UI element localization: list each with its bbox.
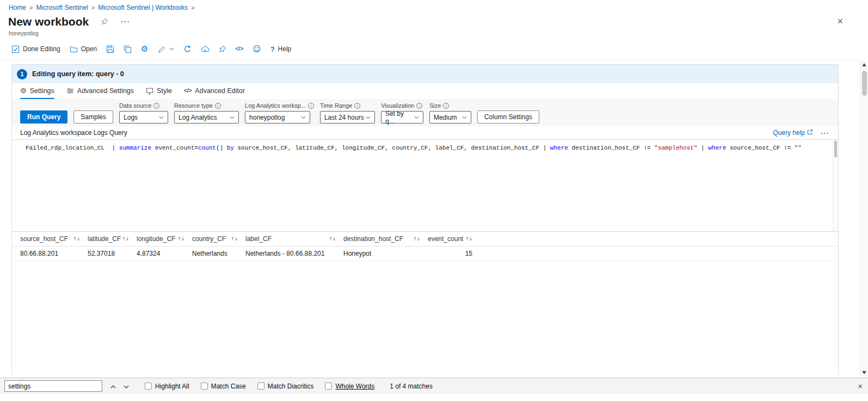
code-icon: </>: [236, 46, 243, 52]
scroll-down-arrow[interactable]: [860, 371, 868, 374]
samples-button[interactable]: Samples: [73, 110, 113, 124]
column-header-label-cf[interactable]: label_CF↑↓: [245, 235, 343, 243]
save-as-button[interactable]: [124, 45, 132, 53]
find-input[interactable]: [4, 380, 102, 392]
column-settings-button[interactable]: Column Settings: [477, 110, 539, 124]
edit-button[interactable]: [158, 45, 174, 53]
field-log-analytics-worksp: Log Analytics worksp...ihoneypotlog: [245, 102, 314, 124]
save-icon: [106, 45, 114, 53]
tab-style[interactable]: Style: [146, 83, 172, 99]
style-icon: [146, 87, 153, 95]
vertical-scrollbar[interactable]: [860, 60, 868, 378]
find-option-highlight-all[interactable]: Highlight All: [145, 383, 189, 390]
info-icon[interactable]: i: [153, 103, 159, 109]
find-option-whole-words[interactable]: Whole Words: [325, 383, 374, 390]
column-header-country-cf[interactable]: country_CF↑↓: [192, 235, 245, 243]
checkbox[interactable]: [257, 383, 264, 390]
query-code[interactable]: Failed_rdp_location_CL | summarize event…: [12, 140, 838, 152]
close-icon[interactable]: ×: [837, 16, 843, 26]
query-item-header: 1 Editing query item: query - 0: [12, 65, 838, 83]
cell-source-host-cf: 80.66.88.201: [20, 250, 88, 257]
field-label: Sizei: [429, 102, 471, 109]
query-label-row: Log Analytics workspace Logs Query Query…: [12, 126, 838, 139]
run-query-button[interactable]: Run Query: [20, 110, 67, 124]
column-header-label: event_count: [428, 235, 463, 243]
query-more-options-icon[interactable]: ···: [821, 129, 829, 137]
advanced-editor-button[interactable]: </>: [236, 46, 243, 52]
chevron-down-icon: [169, 47, 174, 51]
help-button[interactable]: ?Help: [270, 45, 292, 53]
open-button-label: Open: [81, 45, 97, 53]
sort-icon[interactable]: ↑↓: [177, 236, 184, 242]
field-label: Visualizationi: [381, 102, 423, 109]
tab-settings[interactable]: ⚙Settings: [20, 83, 54, 99]
query-token: source_host_CF, latitude_CF, longitude_C…: [234, 145, 543, 151]
checkbox[interactable]: [201, 383, 208, 390]
pin-workbook-button[interactable]: [219, 45, 226, 53]
dropdown-resource-type[interactable]: Log Analytics: [174, 111, 239, 124]
pin-icon[interactable]: [101, 18, 108, 25]
open-button[interactable]: Open: [70, 45, 97, 53]
refresh-button[interactable]: [183, 45, 192, 53]
breadcrumb-link-microsoft-sentinel[interactable]: Microsoft Sentinel: [36, 4, 88, 11]
checkbox[interactable]: [145, 383, 152, 390]
chevron-down-icon: [301, 116, 306, 119]
sort-icon[interactable]: ↑↓: [122, 236, 129, 242]
publish-button[interactable]: [201, 45, 210, 53]
find-option-match-diacritics[interactable]: Match Diacritics: [257, 383, 314, 390]
column-header-label: latitude_CF: [88, 235, 121, 243]
find-previous-button[interactable]: [107, 380, 120, 392]
tab-advanced-settings[interactable]: Advanced Settings: [66, 83, 134, 99]
table-row[interactable]: 80.66.88.20152.370184.87324NetherlandsNe…: [12, 246, 838, 261]
query-token: summarize: [119, 145, 151, 151]
sort-icon[interactable]: ↑↓: [465, 236, 472, 242]
external-link-icon: [807, 129, 813, 137]
query-section-label: Log Analytics workspace Logs Query: [20, 129, 127, 137]
query-token: "samplehost": [654, 145, 697, 151]
save-all-icon: [124, 45, 132, 53]
info-icon[interactable]: i: [416, 103, 422, 109]
dropdown-visualization[interactable]: Set by q...: [381, 111, 423, 124]
scroll-up-arrow[interactable]: [860, 63, 868, 66]
sort-icon[interactable]: ↑↓: [329, 236, 336, 242]
editor-scroll-thumb[interactable]: [834, 141, 837, 157]
find-next-button[interactable]: [120, 380, 133, 392]
find-close-icon[interactable]: ×: [858, 381, 863, 391]
sort-icon[interactable]: ↑↓: [413, 236, 420, 242]
sort-icon[interactable]: ↑↓: [73, 236, 80, 242]
column-header-source-host-cf[interactable]: source_host_CF↑↓: [20, 235, 88, 243]
info-icon[interactable]: i: [308, 103, 314, 109]
query-item-label: Editing query item: query - 0: [32, 70, 124, 78]
breadcrumb-link-microsoft-sentinel-workbooks[interactable]: Microsoft Sentinel | Workbooks: [98, 4, 188, 11]
help-icon: ?: [270, 46, 275, 53]
info-icon[interactable]: i: [215, 103, 221, 109]
scroll-thumb[interactable]: [862, 71, 867, 96]
tab-advanced-editor[interactable]: </>Advanced Editor: [184, 83, 245, 99]
find-option-label: Whole Words: [335, 383, 374, 390]
column-header-latitude-cf[interactable]: latitude_CF↑↓: [88, 235, 137, 243]
find-bar: Highlight AllMatch CaseMatch DiacriticsW…: [0, 378, 868, 394]
dropdown-data-source[interactable]: Logs: [119, 111, 168, 124]
sort-icon[interactable]: ↑↓: [231, 236, 238, 242]
more-options-icon[interactable]: ···: [121, 17, 130, 26]
column-header-longitude-cf[interactable]: longitude_CF↑↓: [137, 235, 192, 243]
workbook-settings-button[interactable]: ⚙: [141, 45, 148, 53]
query-help-link[interactable]: Query help: [773, 129, 813, 137]
breadcrumb-separator: >: [91, 4, 95, 11]
dropdown-log-analytics-worksp[interactable]: honeypotlog: [245, 111, 310, 124]
query-token: (): [216, 145, 227, 151]
breadcrumb-link-home[interactable]: Home: [9, 4, 26, 11]
column-header-event-count[interactable]: event_count↑↓: [428, 235, 480, 243]
info-icon[interactable]: i: [354, 103, 360, 109]
find-option-match-case[interactable]: Match Case: [201, 383, 246, 390]
dropdown-time-range[interactable]: Last 24 hours: [320, 111, 375, 124]
column-header-destination-host-cf[interactable]: destination_host_CF↑↓: [343, 235, 428, 243]
info-icon[interactable]: i: [443, 103, 449, 109]
checkbox[interactable]: [325, 383, 332, 390]
feedback-button[interactable]: ☺: [253, 45, 261, 53]
query-editor[interactable]: Failed_rdp_location_CL | summarize event…: [12, 139, 838, 232]
editor-scrollbar[interactable]: [833, 140, 838, 231]
done-editing-button[interactable]: Done Editing: [11, 45, 60, 53]
dropdown-size[interactable]: Medium: [429, 111, 471, 124]
save-button[interactable]: [106, 45, 114, 53]
